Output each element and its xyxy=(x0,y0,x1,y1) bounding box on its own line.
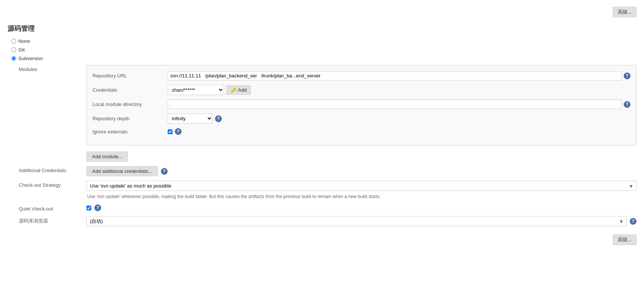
page-wrapper: 高级... 源码管理 None Git Subversion Modules xyxy=(0,0,644,292)
bottom-bar: 高级... xyxy=(8,231,636,249)
modules-inner: Repository URL ? Credentials xyxy=(86,65,636,145)
additional-credentials-help-icon[interactable]: ? xyxy=(161,168,168,175)
repo-url-input[interactable] xyxy=(168,71,621,80)
local-module-input[interactable] xyxy=(168,100,621,109)
top-bar: 高级... xyxy=(8,4,636,20)
modules-label: Modules xyxy=(19,65,86,72)
repo-depth-row: Repository depth infinity empty files im… xyxy=(92,113,630,124)
repo-depth-help-icon[interactable]: ? xyxy=(215,115,222,122)
scm-radio-group: None Git Subversion xyxy=(11,38,636,61)
browser-select[interactable]: (自动) CollabNet FishEye SVNWeb ViewSVN We… xyxy=(86,216,627,226)
local-module-label: Local module directory xyxy=(92,101,168,107)
quiet-checkout-content: ? xyxy=(86,204,636,211)
credentials-select[interactable]: zhan/****** xyxy=(168,85,224,95)
add-credentials-button[interactable]: 🔑 Add xyxy=(226,85,251,95)
add-additional-credentials-button[interactable]: Add additional credentials... xyxy=(86,166,158,176)
radio-subversion-label: Subversion xyxy=(18,56,43,61)
subversion-content: Modules Repository URL ? xyxy=(19,65,636,226)
ignore-externals-help-icon[interactable]: ? xyxy=(175,128,182,135)
repo-url-with-help: ? xyxy=(168,71,630,80)
repo-url-label: Repository URL xyxy=(92,73,168,79)
checkout-select-wrapper: Use 'svn update' as much as possible Alw… xyxy=(86,181,636,191)
repo-depth-label: Repository depth xyxy=(92,116,168,121)
browser-label: 源码库浏览器 xyxy=(19,216,86,224)
browser-row: 源码库浏览器 (自动) CollabNet FishEye SVNWeb Vie… xyxy=(19,216,636,226)
quiet-checkout-help-icon[interactable]: ? xyxy=(94,204,101,211)
checkout-description: Use 'svn update' whenever possible, maki… xyxy=(86,193,636,200)
checkout-strategy-row: Check-out Strategy Use 'svn update' as m… xyxy=(19,181,636,200)
radio-git-input[interactable] xyxy=(11,47,16,52)
radio-git[interactable]: Git xyxy=(11,47,636,53)
additional-credentials-content: Add additional credentials... ? xyxy=(86,166,636,176)
bottom-advanced-button[interactable]: 高级... xyxy=(613,235,636,245)
add-module-button[interactable]: Add module... xyxy=(86,151,128,162)
scm-section: None Git Subversion Modules Rep xyxy=(8,38,636,226)
checkout-strategy-select[interactable]: Use 'svn update' as much as possible Alw… xyxy=(86,181,636,191)
ignore-externals-control: ? xyxy=(168,128,630,135)
radio-none-input[interactable] xyxy=(11,39,16,44)
repo-url-control: ? xyxy=(168,71,630,80)
radio-subversion[interactable]: Subversion xyxy=(11,56,636,61)
browser-content: (自动) CollabNet FishEye SVNWeb ViewSVN We… xyxy=(86,216,636,226)
quiet-checkout-checkbox[interactable] xyxy=(86,206,91,210)
radio-git-label: Git xyxy=(18,47,25,53)
local-module-row: Local module directory ? xyxy=(92,100,630,109)
credentials-row: Credentials zhan/****** 🔑 Add xyxy=(92,85,630,95)
checkout-strategy-content: Use 'svn update' as much as possible Alw… xyxy=(86,181,636,200)
browser-help-icon[interactable]: ? xyxy=(630,218,636,225)
browser-select-wrapper: (自动) CollabNet FishEye SVNWeb ViewSVN We… xyxy=(86,216,627,226)
repo-url-row: Repository URL ? xyxy=(92,71,630,80)
credentials-control: zhan/****** 🔑 Add xyxy=(168,85,630,95)
radio-none-label: None xyxy=(18,38,30,44)
local-module-control: ? xyxy=(168,100,630,109)
quiet-checkout-row: Quiet check-out ? xyxy=(19,204,636,212)
quiet-checkout-label: Quiet check-out xyxy=(19,204,86,212)
additional-credentials-row: Additional Credentials Add additional cr… xyxy=(19,166,636,176)
add-credentials-btn-label: Add xyxy=(238,87,247,93)
key-icon: 🔑 xyxy=(230,87,236,93)
radio-subversion-input[interactable] xyxy=(11,56,16,61)
ignore-externals-row: Ignore externals ? xyxy=(92,128,630,135)
ignore-externals-label: Ignore externals xyxy=(92,129,168,135)
local-module-help-icon[interactable]: ? xyxy=(624,101,630,108)
local-module-with-help: ? xyxy=(168,100,630,109)
repo-depth-control: infinity empty files immediates ? xyxy=(168,113,630,124)
modules-content: Repository URL ? Credentials xyxy=(86,65,636,162)
additional-credentials-label: Additional Credentials xyxy=(19,166,86,173)
section-title: 源码管理 xyxy=(8,20,636,38)
top-advanced-button[interactable]: 高级... xyxy=(613,7,636,17)
radio-none[interactable]: None xyxy=(11,38,636,44)
credentials-label: Credentials xyxy=(92,87,168,93)
repo-depth-with-help: infinity empty files immediates ? xyxy=(168,113,630,124)
repo-url-help-icon[interactable]: ? xyxy=(624,73,630,79)
ignore-externals-with-help: ? xyxy=(168,128,630,135)
modules-outer-row: Modules Repository URL ? xyxy=(19,65,636,162)
depth-select[interactable]: infinity empty files immediates xyxy=(168,113,213,124)
ignore-externals-checkbox[interactable] xyxy=(168,129,173,134)
checkout-strategy-label: Check-out Strategy xyxy=(19,181,86,188)
